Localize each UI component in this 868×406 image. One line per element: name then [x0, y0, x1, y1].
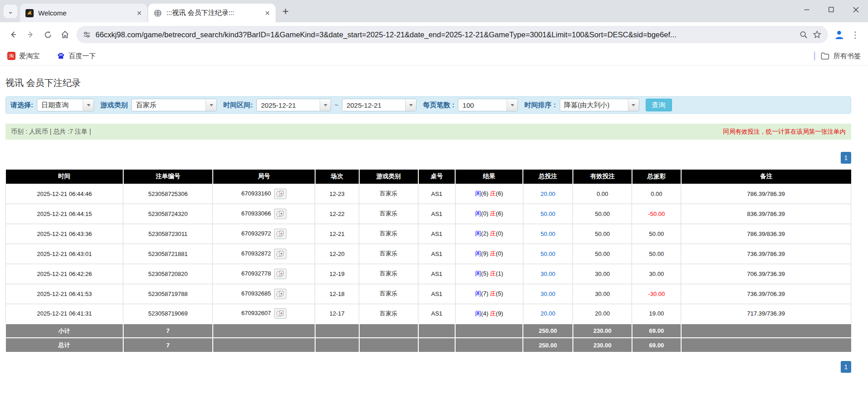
- cell-game-type: 百家乐: [359, 224, 418, 244]
- replay-button[interactable]: [274, 249, 286, 259]
- column-header: 注单编号: [123, 170, 213, 184]
- summary-payout: 69.00: [632, 338, 681, 352]
- banker-result: 庄: [490, 210, 496, 217]
- chevron-down-icon[interactable]: [320, 99, 331, 111]
- cell-game-type: 百家乐: [359, 244, 418, 264]
- tab-close-icon[interactable]: ✕: [135, 9, 144, 18]
- close-window-icon[interactable]: [843, 0, 868, 19]
- chevron-down-icon[interactable]: [628, 99, 639, 111]
- summary-empty: [213, 324, 315, 338]
- home-icon[interactable]: [56, 26, 74, 43]
- banker-result: 庄: [490, 270, 496, 277]
- chevron-down-icon[interactable]: [405, 99, 416, 111]
- cell-game-type: 百家乐: [359, 204, 418, 224]
- tab-bet-records[interactable]: :::视讯 会员下注纪录::: ✕: [148, 4, 276, 22]
- new-tab-icon[interactable]: +: [278, 4, 293, 19]
- page-1-button[interactable]: 1: [841, 152, 851, 164]
- round-number: 670932872: [241, 250, 271, 256]
- table-footer: 小计7250.00230.0069.00总计7250.00230.0069.00: [6, 324, 851, 352]
- column-header: 总派彩: [632, 170, 681, 184]
- total-bet-link[interactable]: 50.00: [523, 204, 573, 224]
- game-type-select[interactable]: 百家乐: [131, 99, 217, 111]
- zoom-icon[interactable]: [799, 30, 808, 39]
- round-number: 670933160: [241, 190, 271, 196]
- summary-count: 7: [123, 338, 213, 352]
- cell-table-number: AS1: [418, 184, 456, 204]
- bet-row: 2025-12-21 06:44:15523058724320670933066…: [6, 204, 851, 224]
- forward-icon[interactable]: [22, 26, 39, 43]
- menu-icon[interactable]: ⋮: [847, 26, 863, 43]
- total-bet-link[interactable]: 50.00: [523, 224, 573, 244]
- bookmark-baidu[interactable]: 百度一下: [57, 52, 96, 60]
- total-bet-link[interactable]: 30.00: [523, 264, 573, 284]
- player-result: 闲: [475, 290, 481, 297]
- game-type-label: 游戏类别: [100, 101, 128, 110]
- cell-session: 12-18: [315, 284, 359, 304]
- total-bet-link[interactable]: 20.00: [523, 184, 573, 204]
- all-bookmarks-button[interactable]: 所有书签: [821, 52, 861, 60]
- query-mode-value: 日期查询: [37, 99, 83, 111]
- cell-session: 12-21: [315, 224, 359, 244]
- cell-session: 12-17: [315, 304, 359, 324]
- banker-result: 庄: [490, 190, 496, 197]
- chevron-down-icon[interactable]: [83, 99, 94, 111]
- back-icon[interactable]: [5, 26, 22, 43]
- tab-strip: ⌄ Welcome ✕ :::视讯 会员下注纪录::: ✕ +: [0, 0, 868, 22]
- cell-result: 闲(0) 庄(6): [455, 204, 523, 224]
- total-bet-link[interactable]: 20.00: [523, 304, 573, 324]
- replay-button[interactable]: [274, 308, 286, 319]
- cell-time: 2025-12-21 06:41:31: [6, 304, 123, 324]
- query-mode-select[interactable]: 日期查询: [37, 99, 94, 111]
- summary-valid-bet: 230.00: [573, 324, 632, 338]
- bet-row: 2025-12-21 06:41:53523058719788670932685…: [6, 284, 851, 304]
- cell-note: 706.39/736.39: [681, 264, 851, 284]
- cell-payout: -50.00: [632, 204, 681, 224]
- bookmark-aitaobao[interactable]: 淘 爱淘宝: [7, 52, 40, 60]
- replay-button[interactable]: [274, 189, 286, 199]
- round-number: 670932778: [241, 270, 271, 276]
- page-1-button[interactable]: 1: [841, 361, 851, 373]
- cell-game-type: 百家乐: [359, 184, 418, 204]
- player-result: 闲: [475, 190, 481, 197]
- bookmark-star-icon[interactable]: [813, 30, 822, 39]
- url-bar[interactable]: 66cxkj98.com/game/betrecord_search/kind3…: [76, 26, 828, 43]
- column-header: 总投注: [523, 170, 573, 184]
- query-button[interactable]: 查询: [646, 99, 672, 111]
- column-header: 时间: [6, 170, 123, 184]
- tab-welcome[interactable]: Welcome ✕: [20, 4, 147, 22]
- cell-table-number: AS1: [418, 304, 456, 324]
- tab-close-icon[interactable]: ✕: [263, 9, 272, 18]
- sort-select[interactable]: 降冪(由大到小): [560, 99, 639, 111]
- chevron-down-icon[interactable]: [507, 99, 517, 111]
- refresh-icon[interactable]: [39, 26, 56, 43]
- date-end-input[interactable]: 2025-12-21: [342, 99, 416, 111]
- cell-time: 2025-12-21 06:43:36: [6, 224, 123, 244]
- url-text[interactable]: 66cxkj98.com/game/betrecord_search/kind3…: [95, 30, 795, 39]
- site-info-icon[interactable]: [83, 30, 91, 39]
- summary-total-bet: 250.00: [523, 338, 573, 352]
- cell-table-number: AS1: [418, 204, 456, 224]
- cell-time: 2025-12-21 06:44:46: [6, 184, 123, 204]
- filter-bar: 请选择: 日期查询 游戏类别 百家乐 时间区间: 2025-12-21 ~ 20…: [5, 96, 851, 114]
- player-result: 闲: [475, 310, 481, 317]
- minimize-icon[interactable]: [794, 0, 819, 19]
- total-bet-link[interactable]: 50.00: [523, 244, 573, 264]
- replay-button[interactable]: [274, 289, 286, 299]
- profile-icon[interactable]: [831, 26, 847, 43]
- chevron-down-icon[interactable]: [206, 99, 216, 111]
- replay-button[interactable]: [274, 269, 286, 279]
- replay-button[interactable]: [274, 209, 286, 219]
- summary-empty: [681, 324, 851, 338]
- banker-result: 庄: [490, 230, 496, 237]
- maximize-icon[interactable]: [819, 0, 843, 19]
- summary-empty: [455, 324, 523, 338]
- tab-search-button[interactable]: ⌄: [4, 5, 17, 18]
- cell-bet-id: 523058720820: [123, 264, 213, 284]
- cell-session: 12-19: [315, 264, 359, 284]
- replay-button[interactable]: [274, 229, 286, 239]
- page-size-select[interactable]: 100: [458, 99, 518, 111]
- total-bet-link[interactable]: 30.00: [523, 284, 573, 304]
- column-header: 场次: [315, 170, 359, 184]
- cell-note: 736.39/786.39: [681, 244, 851, 264]
- date-start-input[interactable]: 2025-12-21: [256, 99, 331, 111]
